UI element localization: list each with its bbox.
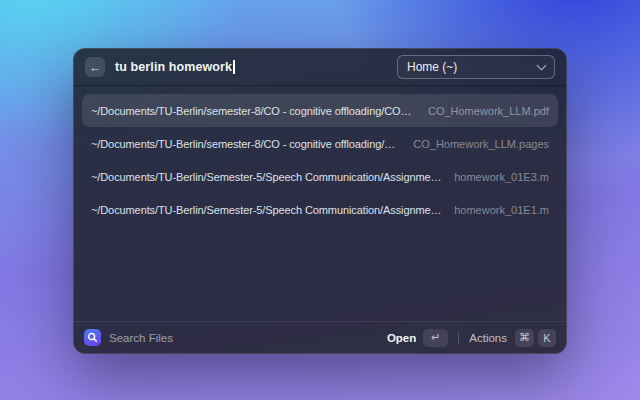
command-title: Search Files [109,332,173,344]
back-arrow-icon: ← [89,60,102,75]
result-path: ~/Documents/TU-Berlin/semester-8/CO - co… [91,138,401,150]
footer-divider [458,332,459,344]
text-caret [233,60,235,74]
action-bar: Search Files Open ↵ Actions ⌘ K [74,321,566,353]
results-list: ~/Documents/TU-Berlin/semester-8/CO - co… [74,86,566,226]
result-path: ~/Documents/TU-Berlin/semester-8/CO - co… [91,105,416,117]
result-row-2[interactable]: ~/Documents/TU-Berlin/semester-8/CO - co… [82,127,558,160]
search-files-app-icon [84,329,101,346]
actions-label: Actions [469,332,507,344]
result-filename: homework_01E3.m [454,171,549,183]
magnifier-glyph [87,332,98,343]
k-key-badge: K [538,329,556,347]
open-action-label: Open [387,332,416,344]
scope-dropdown[interactable]: Home (~) [397,55,555,79]
back-button[interactable]: ← [85,57,105,77]
result-path: ~/Documents/TU-Berlin/Semester-5/Speech … [91,171,442,183]
chevron-down-icon [537,61,547,71]
command-key-badge: ⌘ [515,329,534,347]
empty-results-area [74,226,566,321]
result-path: ~/Documents/TU-Berlin/Semester-5/Speech … [91,204,442,216]
scope-dropdown-label: Home (~) [407,60,457,74]
actions-menu-button[interactable]: Actions ⌘ K [469,329,556,347]
result-filename: CO_Homework_LLM.pages [413,138,549,150]
enter-key-badge: ↵ [423,329,448,347]
result-filename: homework_01E1.m [454,204,549,216]
search-input[interactable]: tu berlin homework [115,60,397,74]
launcher-window: ← tu berlin homework Home (~) ~/Document… [73,48,567,354]
search-header: ← tu berlin homework Home (~) [74,49,566,85]
open-action-button[interactable]: Open ↵ [387,329,448,347]
desktop-background: ← tu berlin homework Home (~) ~/Document… [0,0,640,400]
result-filename: CO_Homework_LLM.pdf [428,105,549,117]
search-query-text: tu berlin homework [115,60,232,74]
result-row-4[interactable]: ~/Documents/TU-Berlin/Semester-5/Speech … [82,193,558,226]
result-row-1[interactable]: ~/Documents/TU-Berlin/semester-8/CO - co… [82,94,558,127]
result-row-3[interactable]: ~/Documents/TU-Berlin/Semester-5/Speech … [82,160,558,193]
